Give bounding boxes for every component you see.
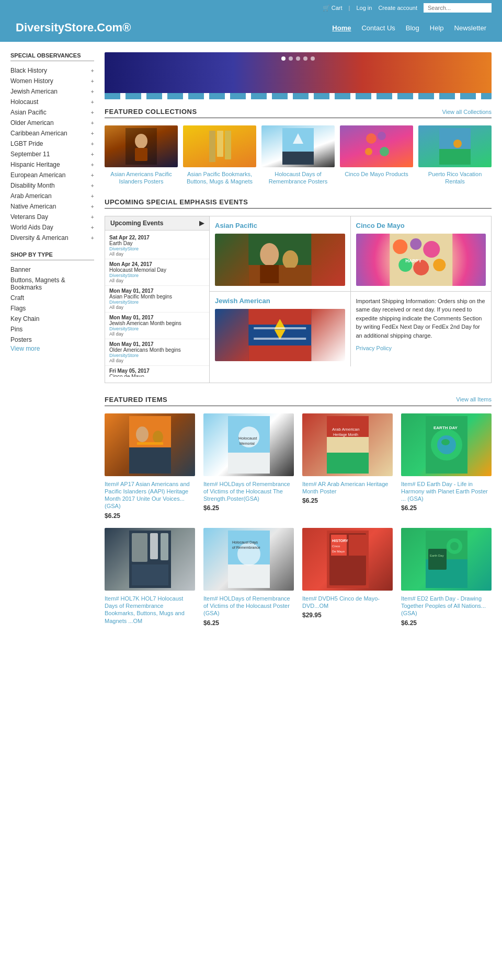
item-price-3: $6.25: [302, 497, 393, 504]
svg-rect-62: [132, 564, 168, 585]
sidebar-item-jewish[interactable]: Jewish American+: [10, 86, 94, 97]
item-title-4: Item# ED Earth Day - Life in Harmony wit…: [401, 480, 492, 503]
site-logo[interactable]: DiversityStore.Com®: [16, 21, 131, 34]
item-card-4[interactable]: EARTH DAY Item# ED Earth Day - Life in H…: [401, 413, 492, 520]
collection-asian-islanders[interactable]: Asian Americans Pacific Islanders Poster…: [105, 125, 178, 186]
page-body: SPECIAL OBSERVANCES Black History+ Women…: [0, 42, 502, 650]
sidebar-item-caribbean[interactable]: Caribbean American+: [10, 128, 94, 139]
cart-label: Cart: [332, 5, 343, 11]
type-craft[interactable]: Craft: [10, 293, 94, 303]
events-calendar-arrow[interactable]: ▶: [199, 220, 204, 227]
main-content: FEATURED COLLECTIONS View all Collection…: [105, 52, 492, 639]
item-title-1: Item# AP17 Asian Americans and Pacific I…: [105, 480, 195, 510]
type-banner[interactable]: Banner: [10, 264, 94, 275]
event-item-1: Sat Apr 22, 2017 Earth Day DiversityStor…: [105, 233, 209, 259]
login-link[interactable]: Log in: [356, 5, 372, 11]
featured-asian-pacific[interactable]: Asian Pacific: [210, 216, 351, 291]
type-keychain[interactable]: Key Chain: [10, 314, 94, 324]
nav-blog[interactable]: Blog: [406, 24, 419, 32]
type-buttons[interactable]: Buttons, Magnets & Bookmarks: [10, 275, 94, 293]
cinco-art-svg: HAPPY: [356, 234, 486, 286]
item-price-2: $6.25: [203, 504, 294, 512]
nav-newsletter[interactable]: Newsletter: [454, 24, 486, 32]
cart-icon: 🛒: [323, 5, 330, 11]
observances-title: SPECIAL OBSERVANCES: [10, 52, 94, 61]
svg-text:Holocaust: Holocaust: [238, 436, 257, 441]
sidebar-item-european[interactable]: European American+: [10, 170, 94, 180]
sidebar-item-black-history[interactable]: Black History+: [10, 65, 94, 76]
type-posters[interactable]: Posters: [10, 335, 94, 345]
sidebar-item-native[interactable]: Native American+: [10, 201, 94, 212]
hero-banner[interactable]: [105, 52, 492, 99]
svg-rect-22: [282, 268, 298, 283]
item-price-4: $6.25: [401, 504, 492, 512]
item-card-5[interactable]: Item# HOL7K HOL7 Holocaust Days of Remem…: [105, 528, 195, 627]
sidebar-item-arab[interactable]: Arab American+: [10, 191, 94, 201]
item-card-7[interactable]: HISTORY Cinco De Mayo Item# DVDH5 Cinco …: [302, 528, 393, 627]
sidebar-item-women-history[interactable]: Women History+: [10, 76, 94, 86]
featured-jewish[interactable]: Jewish American: [210, 292, 351, 366]
svg-point-16: [453, 140, 462, 148]
header: DiversityStore.Com® Home Contact Us Blog…: [0, 16, 502, 42]
svg-point-24: [393, 239, 407, 254]
collections-header: FEATURED COLLECTIONS View all Collection…: [105, 108, 492, 118]
sidebar-item-veterans[interactable]: Veterans Day+: [10, 212, 94, 222]
nav-home[interactable]: Home: [332, 24, 351, 32]
svg-text:Cinco: Cinco: [332, 545, 340, 548]
shop-by-type-section: SHOP BY TYPE Banner Buttons, Magnets & B…: [10, 251, 94, 352]
events-calendar-title: Upcoming Events: [110, 220, 163, 227]
item-title-8: Item# ED2 Earth Day - Drawing Together P…: [401, 595, 492, 617]
item-card-2[interactable]: Holocaust Memorial Item# HOLDays of Reme…: [203, 413, 294, 520]
view-all-collections[interactable]: View all Collections: [442, 109, 492, 115]
events-list[interactable]: Sat Apr 22, 2017 Earth Day DiversityStor…: [105, 230, 209, 377]
sidebar-item-hispanic[interactable]: Hispanic Heritage+: [10, 159, 94, 170]
view-all-items[interactable]: View all Items: [456, 396, 492, 402]
sidebar-item-world-aids[interactable]: World Aids Day+: [10, 222, 94, 233]
collection-bookmarks[interactable]: Asian Pacific Bookmarks, Buttons, Mugs &…: [183, 125, 256, 186]
item-title-7: Item# DVDH5 Cinco de Mayo- DVD...OM: [302, 595, 393, 610]
collection-puerto[interactable]: Puerto Rico Vacation Rentals: [418, 125, 492, 186]
item-card-1[interactable]: Item# AP17 Asian Americans and Pacific I…: [105, 413, 195, 520]
nav-help[interactable]: Help: [430, 24, 444, 32]
upcoming-title: UPCOMING SPECIAL EMPHASIS EVENTS: [105, 198, 248, 206]
svg-point-10: [378, 132, 386, 140]
privacy-policy-link[interactable]: Privacy Policy: [356, 344, 486, 353]
svg-rect-59: [132, 533, 147, 562]
item-img-5: [105, 528, 195, 591]
nav-contact[interactable]: Contact Us: [361, 24, 395, 32]
collection-holocaust[interactable]: Holocaust Days of Remembrance Posters: [261, 125, 335, 186]
collection-cinco[interactable]: Cinco De Mayo Products: [340, 125, 413, 186]
svg-text:EARTH DAY: EARTH DAY: [433, 425, 458, 430]
svg-rect-2: [135, 148, 147, 161]
sidebar-item-older-american[interactable]: Older American+: [10, 118, 94, 128]
event-item-6: Fri May 05, 2017 Cinco de Mayo Diversity…: [105, 366, 209, 377]
featured-cinco-de-mayo[interactable]: Cinco De Mayo HAP: [351, 216, 492, 291]
search-input[interactable]: [424, 3, 492, 13]
view-more-link[interactable]: View more: [10, 345, 94, 352]
collection-img-holocaust: [261, 125, 335, 167]
type-pins[interactable]: Pins: [10, 324, 94, 335]
upcoming-bottom: Jewish American: [210, 292, 491, 366]
upcoming-inner: Upcoming Events ▶ Sat Apr 22, 2017 Earth…: [105, 216, 492, 383]
upcoming-top: Asian Pacific: [210, 216, 491, 292]
sidebar-item-disability[interactable]: Disability Month+: [10, 180, 94, 191]
sidebar-item-lgbt[interactable]: LGBT Pride+: [10, 139, 94, 149]
sidebar-item-asian-pacific[interactable]: Asian Pacific+: [10, 107, 94, 118]
create-account-link[interactable]: Create account: [378, 5, 417, 11]
collection-img-cinco: [340, 125, 413, 167]
item-card-3[interactable]: Arab American Heritage Month Item# AR Ar…: [302, 413, 393, 520]
svg-rect-36: [254, 327, 306, 329]
svg-point-40: [136, 426, 149, 442]
item-card-6[interactable]: Holocaust Days of Remembrance Item# HOLD…: [203, 528, 294, 627]
svg-text:of Remembrance: of Remembrance: [232, 546, 260, 549]
svg-text:HISTORY: HISTORY: [332, 539, 348, 543]
cart-link[interactable]: 🛒 Cart: [323, 5, 343, 11]
item-card-8[interactable]: Earth Day Item# ED2 Earth Day - Drawing …: [401, 528, 492, 627]
upcoming-section: UPCOMING SPECIAL EMPHASIS EVENTS Upcomin…: [105, 198, 492, 383]
sidebar-item-diversity[interactable]: Diversity & American+: [10, 233, 94, 243]
collection-label-holocaust: Holocaust Days of Remembrance Posters: [261, 170, 335, 186]
collection-artwork-holocaust: [282, 128, 314, 165]
type-flags[interactable]: Flags: [10, 303, 94, 314]
sidebar-item-holocaust[interactable]: Holocaust+: [10, 97, 94, 107]
sidebar-item-september11[interactable]: September 11+: [10, 149, 94, 159]
